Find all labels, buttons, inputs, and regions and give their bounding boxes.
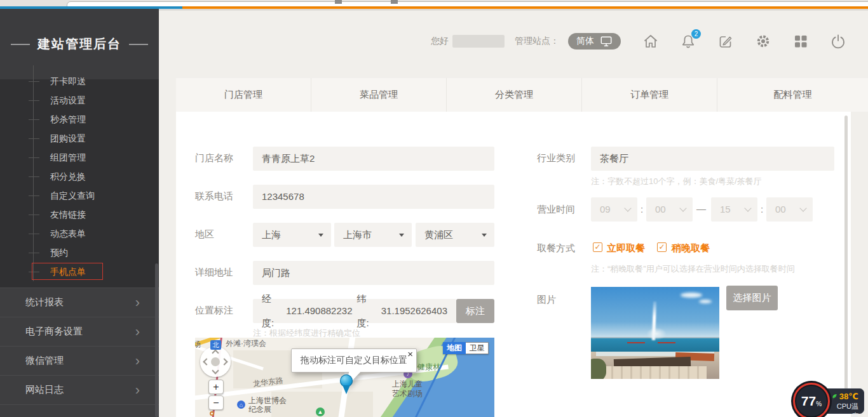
sidebar-item-group-manage[interactable]: 组团管理 xyxy=(0,148,159,167)
lat-value: 31.1952626403 xyxy=(381,299,447,323)
map-tooltip-wrap: 拖动标注可自定义目标位置 × xyxy=(291,348,417,373)
close-minute-select[interactable]: 00 xyxy=(766,197,813,222)
chevron-down-icon xyxy=(744,204,751,211)
tab-store-management[interactable]: 门店管理 xyxy=(176,78,311,112)
gear-icon xyxy=(755,33,771,50)
sidebar-section-stats[interactable]: 统计报表 › xyxy=(0,288,159,317)
browser-chrome-strip xyxy=(0,0,868,6)
language-site-pill[interactable]: 简体 xyxy=(568,33,621,50)
address-label: 详细地址 xyxy=(195,267,233,279)
photo-facade xyxy=(604,366,707,379)
content-scrollbar[interactable] xyxy=(844,116,848,413)
tab-order-management[interactable]: 订单管理 xyxy=(582,78,717,112)
cpu-usage-value: 77 xyxy=(801,394,816,409)
tabbar: 门店管理 菜品管理 分类管理 订单管理 配料管理 xyxy=(176,78,868,112)
sidebar-section-logs[interactable]: 网站日志 › xyxy=(0,375,159,404)
store-photo xyxy=(591,287,719,379)
open-hour-select[interactable]: 09 xyxy=(591,197,637,222)
close-hour-select[interactable]: 15 xyxy=(711,197,757,222)
settings-button[interactable] xyxy=(755,33,771,50)
sidebar-item-reservation[interactable]: 预约 xyxy=(0,243,159,262)
app-title: 建站管理后台 xyxy=(37,36,121,53)
tab-category-management[interactable]: 分类管理 xyxy=(447,78,582,112)
sidebar-item-seckill[interactable]: 秒杀管理 xyxy=(0,110,159,129)
store-name-label: 门店名称 xyxy=(195,152,233,164)
sidebar-item-mobile-order-active[interactable]: 手机点单 xyxy=(0,262,159,281)
industry-input[interactable]: 茶餐厅 xyxy=(591,147,834,171)
industry-label: 行业类别 xyxy=(537,152,575,164)
address-input[interactable]: 局门路 xyxy=(253,261,494,285)
north-indicator: 北 xyxy=(210,340,221,350)
map-view-button[interactable]: 地图 xyxy=(443,342,466,354)
map-zoom-controls: + − xyxy=(208,380,224,410)
sidebar-item-label: 秒杀管理 xyxy=(50,114,86,124)
province-select[interactable]: 上海 xyxy=(253,223,331,247)
district-select[interactable]: 黄浦区 xyxy=(416,223,494,247)
active-item-border xyxy=(32,263,103,280)
map-compass-control[interactable] xyxy=(200,347,231,377)
coordinates-input[interactable]: 经度: 121.490882232 纬度: 31.1952626403 xyxy=(253,299,456,323)
map-label-expo-line1: 上海世博会 xyxy=(248,396,287,405)
city-select[interactable]: 上海市 xyxy=(334,223,412,247)
grid-icon xyxy=(792,33,809,50)
sidebar-item-groupbuy[interactable]: 团购设置 xyxy=(0,129,159,148)
pan-up-icon[interactable] xyxy=(212,349,219,356)
pickup-later-checkbox[interactable]: ✓ xyxy=(657,242,667,252)
pickup-now-label[interactable]: 立即取餐 xyxy=(607,242,645,255)
edit-button[interactable] xyxy=(717,33,734,50)
compass-center[interactable] xyxy=(211,357,220,366)
choose-image-button[interactable]: 选择图片 xyxy=(726,286,778,310)
title-dash-right xyxy=(129,44,148,45)
sidebar-item-label: 组团管理 xyxy=(50,152,86,162)
sidebar-item-links[interactable]: 友情链接 xyxy=(0,205,159,224)
store-name-input[interactable]: 青青原上草2 xyxy=(253,147,494,171)
time-dash: — xyxy=(696,203,706,214)
home-button[interactable] xyxy=(642,33,659,50)
sidebar-sections: 统计报表 › 电子商务设置 › 微信管理 › 网站日志 › xyxy=(0,288,159,417)
tooltip-close-icon[interactable]: × xyxy=(407,349,413,359)
cpu-usage-unit: % xyxy=(816,400,822,407)
sidebar-item-card-gift[interactable]: 开卡即送 xyxy=(0,72,159,91)
sidebar-item-label: 团购设置 xyxy=(50,133,86,143)
sidebar-item-activity[interactable]: 活动设置 xyxy=(0,91,159,110)
sidebar-item-custom-query[interactable]: 自定义查询 xyxy=(0,186,159,205)
satellite-view-button[interactable]: 卫星 xyxy=(466,342,489,354)
lng-value: 121.490882232 xyxy=(286,299,352,323)
pan-right-icon[interactable] xyxy=(220,358,227,365)
sidebar-section-wechat[interactable]: 微信管理 › xyxy=(0,346,159,375)
pickup-now-checkbox[interactable]: ✓ xyxy=(593,242,602,252)
open-minute-select[interactable]: 00 xyxy=(646,197,693,222)
industry-note: 注：字数不超过10个字，例：美食/粤菜/茶餐厅 xyxy=(591,176,762,187)
logout-button[interactable] xyxy=(830,33,846,50)
sidebar-scrollbar[interactable] xyxy=(155,263,158,417)
sidebar-item-label: 动态表单 xyxy=(50,228,86,239)
tab-label: 菜品管理 xyxy=(360,89,398,101)
tab-dish-management[interactable]: 菜品管理 xyxy=(311,78,447,112)
photo-cloud xyxy=(681,293,702,298)
apps-button[interactable] xyxy=(792,33,809,50)
manage-site-label: 管理站点： xyxy=(515,36,559,47)
map-panel[interactable]: 场 外滩·湾璞会 龙华东路 ⌂ 上海世博会 纪念展 ▲ 健康林 ♪ 上海儿童 艺… xyxy=(195,338,494,417)
phone-input[interactable]: 12345678 xyxy=(253,185,494,209)
pickup-later-label[interactable]: 稍晚取餐 xyxy=(672,242,710,255)
sidebar-item-dynamic-form[interactable]: 动态表单 xyxy=(0,224,159,243)
time-colon: : xyxy=(641,204,643,215)
cpu-usage-gauge[interactable]: 77 % xyxy=(793,383,830,417)
map-pin[interactable] xyxy=(340,374,353,387)
chevron-right-icon: › xyxy=(135,383,140,397)
pan-down-icon[interactable] xyxy=(212,367,219,374)
notifications-button[interactable]: 2 xyxy=(680,33,696,50)
sidebar: 建站管理后台 开卡即送 活动设置 秒杀管理 团购设置 组团管理 积分兑换 自定义… xyxy=(0,9,159,417)
pan-left-icon[interactable] xyxy=(203,358,210,365)
close-hour-value: 15 xyxy=(720,204,731,215)
sidebar-submenu: 开卡即送 活动设置 秒杀管理 团购设置 组团管理 积分兑换 自定义查询 友情链接… xyxy=(0,72,159,281)
tab-label: 门店管理 xyxy=(224,89,262,101)
zoom-in-button[interactable]: + xyxy=(208,380,224,394)
sidebar-item-label: 预约 xyxy=(50,248,68,258)
sidebar-item-points[interactable]: 积分兑换 xyxy=(0,167,159,186)
sidebar-section-ecommerce[interactable]: 电子商务设置 › xyxy=(0,317,159,346)
chevron-down-icon xyxy=(679,204,686,211)
mark-location-button[interactable]: 标注 xyxy=(456,299,494,323)
tab-ingredient-management[interactable]: 配料管理 xyxy=(717,78,868,112)
zoom-out-button[interactable]: − xyxy=(208,395,224,410)
